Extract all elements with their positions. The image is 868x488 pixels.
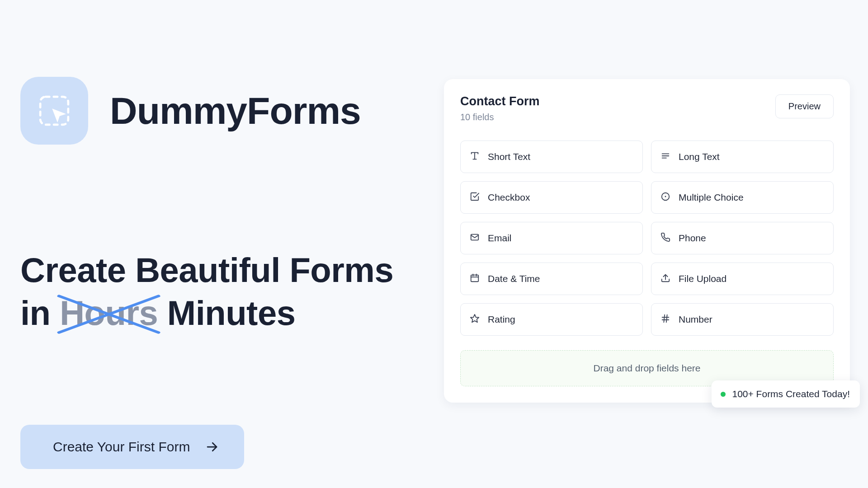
svg-marker-17 bbox=[471, 314, 479, 322]
lines-icon bbox=[660, 151, 670, 163]
headline-line2-prefix: in bbox=[20, 294, 60, 332]
dropzone-label: Drag and drop fields here bbox=[594, 363, 701, 374]
cta-label: Create Your First Form bbox=[53, 439, 190, 455]
arrow-right-icon bbox=[205, 440, 219, 454]
hero-headline: Create Beautiful Forms in Hours Minutes bbox=[20, 249, 443, 334]
check-square-icon bbox=[470, 192, 480, 204]
brand-name: DummyForms bbox=[110, 89, 361, 133]
brand-logo-badge bbox=[20, 77, 88, 145]
field-option-label: File Upload bbox=[679, 273, 726, 284]
headline-line1: Create Beautiful Forms bbox=[20, 251, 393, 289]
preview-button[interactable]: Preview bbox=[775, 94, 834, 118]
field-option-mail[interactable]: Email bbox=[460, 222, 643, 254]
status-dot-icon bbox=[721, 392, 726, 397]
field-option-label: Multiple Choice bbox=[679, 192, 744, 203]
field-option-label: Long Text bbox=[679, 151, 720, 162]
calendar-icon bbox=[470, 273, 480, 285]
field-option-label: Date & Time bbox=[488, 273, 540, 284]
brand: DummyForms bbox=[20, 77, 443, 145]
headline-line2-suffix: Minutes bbox=[158, 294, 295, 332]
field-option-label: Phone bbox=[679, 233, 706, 244]
circle-dot-icon bbox=[660, 192, 670, 204]
field-option-type[interactable]: Short Text bbox=[460, 141, 643, 173]
star-icon bbox=[470, 314, 480, 326]
field-option-star[interactable]: Rating bbox=[460, 303, 643, 336]
svg-point-10 bbox=[665, 196, 666, 197]
toast-text: 100+ Forms Created Today! bbox=[732, 389, 850, 399]
field-option-check-square[interactable]: Checkbox bbox=[460, 181, 643, 214]
field-option-phone[interactable]: Phone bbox=[651, 222, 834, 254]
activity-toast: 100+ Forms Created Today! bbox=[712, 380, 860, 408]
field-option-hash[interactable]: Number bbox=[651, 303, 834, 336]
hash-icon bbox=[660, 314, 670, 326]
phone-icon bbox=[660, 232, 670, 244]
field-option-upload[interactable]: File Upload bbox=[651, 263, 834, 295]
svg-rect-12 bbox=[471, 275, 479, 282]
form-title: Contact Form bbox=[460, 94, 540, 108]
svg-line-20 bbox=[664, 314, 665, 322]
field-option-calendar[interactable]: Date & Time bbox=[460, 263, 643, 295]
create-first-form-button[interactable]: Create Your First Form bbox=[20, 425, 244, 469]
dashed-select-cursor-icon bbox=[37, 94, 71, 128]
field-option-label: Email bbox=[488, 233, 512, 244]
svg-line-21 bbox=[666, 314, 667, 322]
field-option-lines[interactable]: Long Text bbox=[651, 141, 834, 173]
field-option-label: Number bbox=[679, 314, 712, 325]
form-builder-card: Contact Form 10 fields Preview Short Tex… bbox=[444, 79, 850, 403]
type-icon bbox=[470, 151, 480, 163]
upload-icon bbox=[660, 273, 670, 285]
headline-strike-word: Hours bbox=[60, 291, 158, 334]
mail-icon bbox=[470, 232, 480, 244]
form-field-count: 10 fields bbox=[460, 112, 540, 122]
field-option-label: Rating bbox=[488, 314, 515, 325]
field-option-label: Checkbox bbox=[488, 192, 530, 203]
field-option-label: Short Text bbox=[488, 151, 530, 162]
field-option-circle-dot[interactable]: Multiple Choice bbox=[651, 181, 834, 214]
